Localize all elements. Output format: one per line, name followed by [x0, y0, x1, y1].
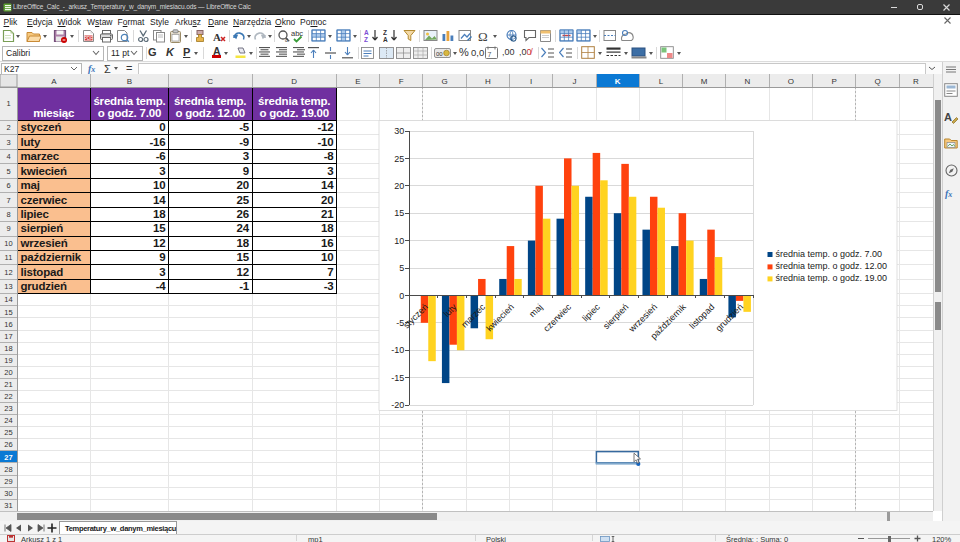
svg-text:20: 20 [394, 181, 404, 191]
svg-text:21: 21 [4, 380, 12, 389]
svg-text:14: 14 [4, 295, 12, 304]
svg-text:-6: -6 [156, 150, 166, 162]
svg-text:luty: luty [21, 136, 41, 148]
svg-text:25: 25 [4, 428, 12, 437]
svg-text:o godz. 12.00: o godz. 12.00 [175, 107, 245, 119]
svg-text:17: 17 [4, 332, 12, 341]
svg-text:kwiecień: kwiecień [21, 165, 68, 177]
svg-text:-16: -16 [149, 136, 165, 148]
svg-text:L: L [659, 77, 664, 86]
svg-text:24: 24 [4, 416, 12, 425]
svg-text:o godz. 19.00: o godz. 19.00 [259, 107, 329, 119]
svg-text:R: R [913, 77, 919, 86]
svg-text:-4: -4 [156, 280, 167, 292]
svg-text:PDF: PDF [84, 36, 93, 41]
svg-text:3: 3 [159, 266, 165, 278]
svg-text:lipiec: lipiec [21, 208, 50, 220]
svg-text:-1: -1 [239, 280, 250, 292]
svg-text:2: 2 [6, 123, 10, 132]
svg-text:15: 15 [153, 222, 166, 234]
svg-text:średnia temp.: średnia temp. [174, 95, 246, 107]
svg-text:3: 3 [159, 165, 165, 177]
svg-text:9: 9 [243, 165, 249, 177]
svg-text:średnia temp. o godz. 12.00: średnia temp. o godz. 12.00 [776, 261, 888, 271]
svg-text:Z: Z [364, 36, 368, 43]
svg-text:-9: -9 [239, 136, 249, 148]
svg-text:1: 1 [6, 99, 10, 108]
svg-text:średnia temp. o godz. 19.00: średnia temp. o godz. 19.00 [776, 273, 888, 283]
svg-text:29: 29 [4, 477, 12, 486]
svg-text:A: A [51, 77, 57, 86]
svg-text:26: 26 [237, 208, 249, 220]
svg-text:C: C [207, 77, 213, 86]
svg-text:Ω: Ω [478, 29, 488, 43]
svg-text:średnia temp. o godz. 7.00: średnia temp. o godz. 7.00 [776, 249, 883, 259]
svg-text:15: 15 [4, 308, 12, 317]
svg-text:F: F [399, 77, 404, 86]
svg-text:13: 13 [4, 282, 12, 291]
svg-text:-15: -15 [391, 373, 404, 383]
svg-text:25: 25 [394, 154, 404, 164]
svg-text:20: 20 [237, 179, 249, 191]
svg-text:12: 12 [153, 237, 165, 249]
svg-text:średnia temp.: średnia temp. [258, 95, 330, 107]
svg-text:11: 11 [5, 253, 13, 262]
svg-text:sierpień: sierpień [21, 222, 64, 234]
svg-text:grudzień: grudzień [21, 280, 67, 292]
svg-text:A: A [213, 31, 221, 43]
svg-text:G: G [441, 77, 447, 86]
svg-text:22: 22 [4, 392, 12, 401]
svg-text:5: 5 [6, 167, 10, 176]
svg-text:15: 15 [237, 251, 250, 263]
svg-text:18: 18 [321, 222, 334, 234]
svg-text:-5: -5 [239, 121, 250, 133]
svg-text:16: 16 [4, 320, 12, 329]
svg-text:20: 20 [321, 194, 333, 206]
svg-text:7: 7 [488, 51, 492, 58]
svg-text:12: 12 [4, 268, 12, 277]
svg-text:7: 7 [327, 266, 333, 278]
svg-text:15: 15 [394, 208, 404, 218]
svg-text:7: 7 [6, 196, 10, 205]
svg-text:styczeń: styczeń [21, 121, 62, 133]
svg-text:14: 14 [153, 194, 166, 206]
svg-text:-10: -10 [317, 136, 333, 148]
svg-text:25: 25 [237, 194, 250, 206]
svg-text:-10: -10 [391, 345, 404, 355]
svg-text:19: 19 [4, 356, 12, 365]
svg-text:O: O [788, 77, 794, 86]
svg-text:10: 10 [4, 239, 12, 248]
svg-text:czerwiec: czerwiec [21, 194, 68, 206]
svg-text:0: 0 [399, 291, 404, 301]
svg-text:E: E [355, 77, 360, 86]
svg-text:-12: -12 [317, 121, 333, 133]
svg-text:20: 20 [4, 368, 12, 377]
svg-text:J: J [572, 77, 576, 86]
svg-text:10: 10 [394, 236, 404, 246]
svg-text:H: H [485, 77, 491, 86]
svg-text:14: 14 [321, 179, 334, 191]
svg-text:6: 6 [6, 181, 10, 190]
svg-text:marzec: marzec [21, 150, 60, 162]
svg-text:26: 26 [4, 440, 12, 449]
svg-text:D: D [291, 77, 297, 86]
svg-text:Q: Q [874, 77, 880, 86]
svg-text:24: 24 [237, 222, 250, 234]
svg-text:3: 3 [6, 138, 10, 147]
svg-text:-8: -8 [324, 150, 335, 162]
svg-text:B: B [127, 77, 132, 86]
svg-text:4: 4 [6, 152, 10, 161]
svg-text:23: 23 [4, 404, 12, 413]
svg-text:listopad: listopad [21, 266, 64, 278]
svg-text:16: 16 [321, 237, 333, 249]
svg-text:31: 31 [4, 501, 12, 510]
svg-text:A: A [383, 36, 388, 43]
svg-text:-3: -3 [324, 280, 334, 292]
svg-text:A: A [944, 111, 952, 123]
svg-text:średnia temp.: średnia temp. [93, 95, 165, 107]
svg-text:maj: maj [21, 179, 40, 191]
svg-text:N: N [745, 77, 751, 86]
svg-text:październik: październik [21, 251, 82, 263]
svg-text:-20: -20 [391, 400, 404, 410]
svg-text:30: 30 [4, 489, 12, 498]
